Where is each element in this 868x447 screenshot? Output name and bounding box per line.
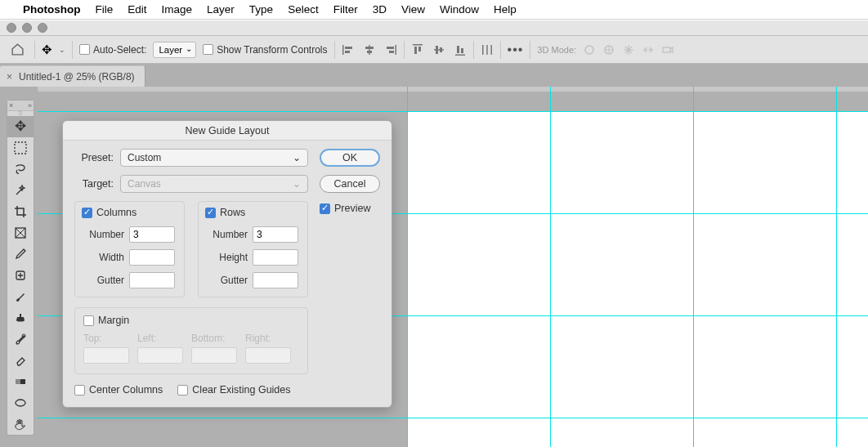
guide-horizontal[interactable] bbox=[38, 418, 868, 418]
tool-preset-dropdown[interactable]: ⌄ bbox=[59, 46, 65, 54]
target-label: Target: bbox=[74, 178, 114, 190]
eyedropper-tool[interactable] bbox=[7, 244, 34, 265]
svg-rect-0 bbox=[342, 45, 344, 55]
separator bbox=[34, 41, 35, 59]
guide-vertical[interactable] bbox=[550, 87, 551, 447]
separator bbox=[500, 41, 501, 59]
close-panel-icon[interactable]: × bbox=[9, 101, 13, 110]
columns-checkbox[interactable] bbox=[82, 208, 92, 218]
columns-width-input[interactable] bbox=[129, 249, 175, 266]
brush-tool[interactable] bbox=[7, 286, 34, 307]
minimize-window-button[interactable] bbox=[22, 23, 32, 33]
clear-guides-checkbox[interactable]: Clear Existing Guides bbox=[177, 384, 290, 396]
lasso-tool[interactable] bbox=[7, 159, 34, 180]
options-bar: ✥ ⌄ Auto-Select: Layer Show Transform Co… bbox=[0, 36, 868, 64]
menu-file[interactable]: File bbox=[96, 3, 114, 16]
valign-icons-group bbox=[411, 43, 467, 56]
menu-type[interactable]: Type bbox=[249, 3, 273, 16]
align-left-icon[interactable] bbox=[342, 43, 355, 56]
eraser-tool[interactable] bbox=[7, 350, 34, 371]
gradient-tool[interactable] bbox=[7, 371, 34, 392]
clone-stamp-tool[interactable] bbox=[7, 307, 34, 329]
3d-orbit-icon[interactable] bbox=[583, 43, 596, 56]
columns-number-input[interactable] bbox=[129, 226, 175, 243]
center-columns-checkbox[interactable]: Center Columns bbox=[74, 384, 163, 396]
expand-panel-icon[interactable]: » bbox=[28, 101, 32, 110]
auto-select-checkbox[interactable]: Auto-Select: bbox=[79, 44, 146, 56]
rows-number-input[interactable] bbox=[253, 226, 298, 243]
3d-roll-icon[interactable] bbox=[602, 43, 615, 56]
marquee-tool[interactable] bbox=[7, 137, 34, 159]
auto-select-target-dropdown[interactable]: Layer bbox=[153, 42, 196, 58]
margin-title: Margin bbox=[98, 315, 129, 326]
crop-tool[interactable] bbox=[7, 201, 34, 222]
ok-button[interactable]: OK bbox=[320, 149, 380, 167]
cancel-button[interactable]: Cancel bbox=[320, 175, 380, 193]
menu-help[interactable]: Help bbox=[494, 3, 517, 16]
new-guide-layout-dialog: New Guide Layout OK Cancel Preview Prese… bbox=[62, 120, 392, 408]
rows-gutter-input[interactable] bbox=[253, 272, 298, 288]
align-bottom-icon[interactable] bbox=[454, 43, 467, 56]
3d-mode-icons bbox=[583, 43, 674, 56]
preset-dropdown[interactable]: Custom⌄ bbox=[120, 149, 308, 167]
menu-edit[interactable]: Edit bbox=[128, 3, 146, 16]
3d-slide-icon[interactable] bbox=[642, 43, 655, 56]
document-tab[interactable]: × Untitled-1 @ 25% (RGB/8) bbox=[0, 65, 145, 87]
guide-vertical[interactable] bbox=[693, 87, 694, 447]
window-titlebar bbox=[0, 20, 868, 36]
menu-image[interactable]: Image bbox=[162, 3, 193, 16]
rows-number-label: Number bbox=[205, 229, 248, 240]
3d-pan-icon[interactable] bbox=[622, 43, 635, 56]
app-menu[interactable]: Photoshop bbox=[23, 3, 81, 16]
frame-tool[interactable] bbox=[7, 222, 34, 244]
magic-wand-tool[interactable] bbox=[7, 180, 34, 201]
hand-tool[interactable] bbox=[7, 413, 34, 435]
align-hcenter-icon[interactable] bbox=[363, 43, 376, 56]
menu-view[interactable]: View bbox=[401, 3, 425, 16]
document-tab-title: Untitled-1 @ 25% (RGB/8) bbox=[19, 71, 135, 83]
close-window-button[interactable] bbox=[7, 23, 16, 33]
margin-left-input bbox=[137, 347, 183, 364]
home-button[interactable] bbox=[7, 40, 28, 60]
close-tab-icon[interactable]: × bbox=[7, 71, 12, 83]
svg-rect-10 bbox=[414, 47, 417, 54]
rows-checkbox[interactable] bbox=[205, 208, 216, 218]
separator bbox=[334, 41, 335, 59]
show-transform-checkbox[interactable]: Show Transform Controls bbox=[203, 44, 327, 56]
history-brush-tool[interactable] bbox=[7, 329, 34, 350]
columns-width-label: Width bbox=[82, 252, 124, 263]
separator bbox=[530, 41, 530, 59]
preset-value: Custom bbox=[128, 152, 161, 163]
guide-horizontal[interactable] bbox=[38, 111, 868, 112]
menu-window[interactable]: Window bbox=[440, 3, 479, 16]
columns-gutter-input[interactable] bbox=[129, 272, 175, 288]
healing-brush-tool[interactable] bbox=[7, 265, 34, 286]
svg-rect-20 bbox=[490, 45, 492, 55]
menu-filter[interactable]: Filter bbox=[333, 3, 358, 16]
move-tool[interactable]: ✥ bbox=[7, 116, 34, 137]
align-icons-group bbox=[342, 43, 397, 56]
rows-height-input[interactable] bbox=[253, 249, 298, 266]
menu-3d[interactable]: 3D bbox=[373, 3, 387, 16]
align-right-icon[interactable] bbox=[384, 43, 397, 56]
distribute-icon[interactable] bbox=[481, 43, 494, 56]
document-canvas[interactable] bbox=[407, 111, 868, 447]
rows-height-label: Height bbox=[205, 252, 248, 263]
3d-mode-label: 3D Mode: bbox=[537, 45, 576, 55]
more-options-icon[interactable]: ••• bbox=[508, 42, 524, 57]
3d-camera-icon[interactable] bbox=[661, 43, 674, 56]
rectangle-tool[interactable] bbox=[7, 392, 34, 413]
guide-vertical[interactable] bbox=[836, 87, 837, 447]
align-vcenter-icon[interactable] bbox=[432, 43, 445, 56]
align-top-icon[interactable] bbox=[411, 43, 424, 56]
svg-rect-7 bbox=[387, 47, 394, 49]
margin-checkbox[interactable] bbox=[83, 315, 94, 326]
menu-select[interactable]: Select bbox=[288, 3, 319, 16]
preview-checkbox[interactable]: Preview bbox=[320, 203, 380, 214]
zoom-window-button[interactable] bbox=[38, 23, 47, 33]
svg-rect-13 bbox=[436, 46, 438, 54]
menu-layer[interactable]: Layer bbox=[207, 3, 235, 16]
preset-label: Preset: bbox=[74, 152, 114, 163]
guide-vertical[interactable] bbox=[407, 87, 408, 447]
show-transform-label: Show Transform Controls bbox=[217, 44, 327, 56]
